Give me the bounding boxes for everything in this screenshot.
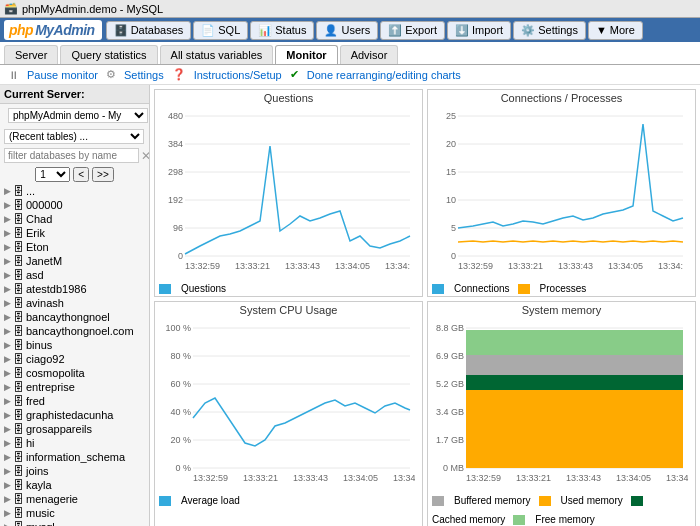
list-item[interactable]: ▶🗄cosmopolita: [0, 366, 149, 380]
db-expand-icon: ▶: [4, 382, 11, 392]
questions-title: Questions: [155, 90, 422, 106]
list-item[interactable]: ▶🗄joins: [0, 464, 149, 478]
server-select[interactable]: phpMyAdmin demo - My: [8, 108, 148, 123]
tab-query-statistics[interactable]: Query statistics: [60, 45, 157, 64]
db-expand-icon: ▶: [4, 256, 11, 266]
nav-sql[interactable]: 📄 SQL: [193, 21, 248, 40]
free-legend-color: [513, 515, 525, 525]
list-item[interactable]: ▶🗄ciago92: [0, 352, 149, 366]
filter-input[interactable]: [4, 148, 139, 163]
instructions-link[interactable]: Instructions/Setup: [194, 69, 282, 81]
db-icon: 🗄: [13, 311, 24, 323]
nav-export[interactable]: ⬆️ Export: [380, 21, 445, 40]
svg-text:5.2 GB: 5.2 GB: [436, 379, 464, 389]
used-memory-bar: [466, 390, 683, 468]
nav-import[interactable]: ⬇️ Import: [447, 21, 511, 40]
cached-legend-color: [631, 496, 643, 506]
svg-text:13:34:: 13:34:: [385, 261, 410, 271]
list-item[interactable]: ▶🗄binus: [0, 338, 149, 352]
list-item[interactable]: ▶🗄graphistedacunha: [0, 408, 149, 422]
monitor-settings-link[interactable]: Settings: [124, 69, 164, 81]
recent-tables-select[interactable]: (Recent tables) ...: [4, 129, 144, 144]
filter-clear-icon[interactable]: ✕: [141, 149, 150, 163]
svg-text:13:34:: 13:34:: [658, 261, 683, 271]
db-name: atestdb1986: [26, 283, 87, 295]
db-expand-icon: ▶: [4, 438, 11, 448]
svg-text:298: 298: [168, 167, 183, 177]
tab-all-status-variables[interactable]: All status variables: [160, 45, 274, 64]
db-name: binus: [26, 339, 52, 351]
svg-text:0: 0: [451, 251, 456, 261]
list-item[interactable]: ▶🗄Erik: [0, 226, 149, 240]
svg-text:100 %: 100 %: [165, 323, 191, 333]
db-name: entreprise: [26, 381, 75, 393]
list-item[interactable]: ▶🗄kayla: [0, 478, 149, 492]
list-item[interactable]: ▶🗄bancaythongnoel.com: [0, 324, 149, 338]
list-item[interactable]: ▶🗄Eton: [0, 240, 149, 254]
list-item[interactable]: ▶🗄JanetM: [0, 254, 149, 268]
list-item[interactable]: ▶🗄entreprise: [0, 380, 149, 394]
list-item[interactable]: ▶🗄avinash: [0, 296, 149, 310]
svg-text:96: 96: [173, 223, 183, 233]
cpu-legend-label: Average load: [181, 495, 240, 506]
db-expand-icon: ▶: [4, 480, 11, 490]
db-icon: 🗄: [13, 213, 24, 225]
list-item[interactable]: ▶🗄information_schema: [0, 450, 149, 464]
db-expand-icon: ▶: [4, 228, 11, 238]
db-icon: 🗄: [13, 241, 24, 253]
db-icon: 🗄: [13, 199, 24, 211]
svg-text:13:33:43: 13:33:43: [566, 473, 601, 483]
next-page-button[interactable]: >>: [92, 167, 114, 182]
buffered-memory-bar: [466, 355, 683, 375]
done-link[interactable]: Done rearranging/editing charts: [307, 69, 461, 81]
processes-legend-color: [518, 284, 530, 294]
done-icon: ✔: [290, 68, 299, 81]
nav-databases[interactable]: 🗄️ Databases: [106, 21, 192, 40]
svg-text:1.7 GB: 1.7 GB: [436, 435, 464, 445]
svg-text:384: 384: [168, 139, 183, 149]
db-name: music: [26, 507, 55, 519]
db-icon: 🗄: [13, 367, 24, 379]
tab-advisor[interactable]: Advisor: [340, 45, 399, 64]
nav-more[interactable]: ▼ More: [588, 21, 643, 40]
db-name: Eton: [26, 241, 49, 253]
tab-monitor[interactable]: Monitor: [275, 45, 337, 64]
svg-text:0 MB: 0 MB: [443, 463, 464, 473]
prev-page-button[interactable]: <: [73, 167, 89, 182]
pause-monitor-link[interactable]: Pause monitor: [27, 69, 98, 81]
list-item[interactable]: ▶🗄atestdb1986: [0, 282, 149, 296]
list-item[interactable]: ▶🗄music: [0, 506, 149, 520]
monitor-pause-icon: ⏸: [8, 69, 19, 81]
nav-status[interactable]: 📊 Status: [250, 21, 314, 40]
list-item[interactable]: ▶🗄bancaythongnoel: [0, 310, 149, 324]
db-name: menagerie: [26, 493, 78, 505]
list-item[interactable]: ▶🗄asd: [0, 268, 149, 282]
list-item[interactable]: ▶🗄...: [0, 184, 149, 198]
monitor-settings-icon: ⚙: [106, 68, 116, 81]
svg-text:25: 25: [446, 111, 456, 121]
connections-legend-color: [432, 284, 444, 294]
nav-users[interactable]: 👤 Users: [316, 21, 378, 40]
list-item[interactable]: ▶🗄grosappareils: [0, 422, 149, 436]
db-expand-icon: ▶: [4, 340, 11, 350]
db-expand-icon: ▶: [4, 522, 11, 526]
list-item[interactable]: ▶🗄000000: [0, 198, 149, 212]
list-item[interactable]: ▶🗄fred: [0, 394, 149, 408]
db-icon: 🗄: [13, 255, 24, 267]
cpu-chart-panel: System CPU Usage 100 % 80 % 60 % 40 % 20…: [154, 301, 423, 526]
list-item[interactable]: ▶🗄hi: [0, 436, 149, 450]
list-item[interactable]: ▶🗄Chad: [0, 212, 149, 226]
svg-text:8.8 GB: 8.8 GB: [436, 323, 464, 333]
questions-legend-color: [159, 284, 171, 294]
svg-text:13:32:59: 13:32:59: [458, 261, 493, 271]
svg-text:13:33:43: 13:33:43: [285, 261, 320, 271]
nav-settings[interactable]: ⚙️ Settings: [513, 21, 586, 40]
db-icon: 🗄: [13, 353, 24, 365]
memory-container: 8.8 GB 6.9 GB 5.2 GB 3.4 GB 1.7 GB 0 MB …: [428, 318, 695, 493]
connections-legend-label: Connections: [454, 283, 510, 294]
list-item[interactable]: ▶🗄mysql: [0, 520, 149, 526]
list-item[interactable]: ▶🗄menagerie: [0, 492, 149, 506]
tab-server[interactable]: Server: [4, 45, 58, 64]
svg-text:13:33:21: 13:33:21: [235, 261, 270, 271]
page-select[interactable]: 1: [35, 167, 70, 182]
